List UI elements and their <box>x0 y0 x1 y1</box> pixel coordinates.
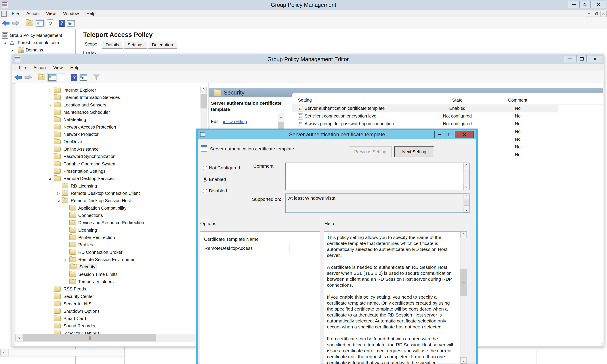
console-tree-icon[interactable] <box>35 19 44 27</box>
scroll-down-icon[interactable]: v <box>460 357 467 364</box>
dialog-maximize-button[interactable] <box>445 131 455 138</box>
tree-item-security-center[interactable]: Security Center <box>15 293 208 300</box>
forward-icon[interactable] <box>12 20 20 26</box>
tree-item-portable-operating-system[interactable]: Portable Operating System <box>15 160 208 168</box>
tree-item-licensing[interactable]: Licensing <box>15 227 208 234</box>
tab-settings[interactable]: Settings <box>124 41 147 49</box>
expander-open-icon[interactable]: ◢ <box>4 41 6 44</box>
tree-item-presentation-settings[interactable]: Presentation Settings <box>15 168 208 175</box>
gpm-hscroll-track[interactable] <box>8 349 124 356</box>
menu-view[interactable]: View <box>42 11 59 16</box>
gpme-maximize-button[interactable] <box>577 55 587 62</box>
menu-file[interactable]: File <box>15 65 30 70</box>
tree-item-maintenance-scheduler[interactable]: Maintenance Scheduler <box>15 109 208 116</box>
menu-file[interactable]: File <box>8 11 23 16</box>
new-window-icon[interactable]: ▶ <box>67 20 75 26</box>
tree-item-rss-feeds[interactable]: RSS Feeds <box>15 285 208 293</box>
settings-row[interactable]: Set client connection encryption levelNo… <box>292 112 558 120</box>
radio-disabled[interactable] <box>203 189 207 193</box>
tree-item-netmeeting[interactable]: NetMeeting <box>15 116 208 123</box>
tree-item-application-compatibility[interactable]: Application Compatibility <box>15 205 208 212</box>
expander-open-icon[interactable]: ◢ <box>57 199 59 202</box>
menu-help[interactable]: Help <box>83 11 99 16</box>
refresh-icon[interactable]: ↻ <box>47 19 53 27</box>
radio-label[interactable]: Not Configured <box>209 165 240 170</box>
menu-window[interactable]: Window <box>59 11 83 16</box>
gpm-hscroll-left[interactable]: < <box>0 349 8 356</box>
expander-collapsed-icon[interactable]: ▷ <box>64 258 67 262</box>
tree-item-password-synchronization[interactable]: Password Synchronization <box>15 153 208 160</box>
tree-item-internet-information-services[interactable]: Internet Information Services <box>15 94 208 101</box>
expander-open-icon[interactable]: ◢ <box>49 177 51 180</box>
child-restore-button[interactable] <box>593 11 601 17</box>
help-vscrollbar[interactable] <box>460 232 467 364</box>
console-tree-icon[interactable] <box>48 73 57 81</box>
dialog-minimize-button[interactable] <box>434 131 445 138</box>
tree-item-session-time-limits[interactable]: Session Time Limits <box>15 271 208 278</box>
tree-item-remote-desktop-connection-client[interactable]: ▷Remote Desktop Connection Client <box>15 190 208 197</box>
scroll-up-icon[interactable]: ^ <box>460 232 467 238</box>
gpm-close-button[interactable]: × <box>591 1 606 8</box>
tree-item-profiles[interactable]: Profiles <box>15 241 208 248</box>
gpm-tree-item-root[interactable]: Group Policy Management <box>0 32 75 39</box>
new-window-icon[interactable]: ▶ <box>80 74 87 81</box>
help-vscroll-thumb[interactable] <box>460 269 467 296</box>
tree-item-onedrive[interactable]: OneDrive <box>15 138 208 145</box>
tree-item-remote-desktop-session-host[interactable]: ◢Remote Desktop Session Host <box>15 197 208 204</box>
tab-scope[interactable]: Scope <box>81 40 101 49</box>
tree-item-network-projector[interactable]: Network Projector <box>15 131 208 138</box>
tree-item-server-for-nis[interactable]: Server for NIS <box>15 300 208 307</box>
export-list-icon[interactable]: → <box>59 74 65 81</box>
expander-collapsed-icon[interactable]: ▷ <box>49 103 52 107</box>
gpm-restore-button[interactable] <box>580 1 591 8</box>
tree-item-printer-redirection[interactable]: Printer Redirection <box>15 234 208 241</box>
tree-item-smart-card[interactable]: Smart Card <box>15 315 208 322</box>
radio-label[interactable]: Enabled <box>209 177 226 182</box>
gpm-tree-item-domains[interactable]: ◢ Domains <box>0 46 75 54</box>
edit-policy-setting-link[interactable]: policy setting <box>221 119 247 124</box>
radio-label[interactable]: Disabled <box>209 188 227 194</box>
menu-help[interactable]: Help <box>67 65 83 70</box>
tree-item-remote-desktop-services[interactable]: ◢Remote Desktop Services <box>15 175 208 182</box>
back-icon[interactable] <box>14 74 22 80</box>
previous-setting-button[interactable]: Previous Setting <box>349 146 392 157</box>
tree-item-connections[interactable]: Connections <box>15 212 208 219</box>
child-close-button[interactable]: × <box>601 11 606 17</box>
expander-collapsed-icon[interactable]: ▷ <box>49 88 52 92</box>
radio-enabled[interactable] <box>203 177 207 182</box>
child-minimize-button[interactable] <box>585 11 593 17</box>
expander-open-icon[interactable]: ◢ <box>11 48 13 52</box>
gpme-close-button[interactable]: × <box>587 55 603 62</box>
menu-action[interactable]: Action <box>30 65 50 70</box>
radio-not-configured[interactable] <box>203 166 207 170</box>
tree-item-remote-session-environment[interactable]: ▷Remote Session Environment <box>15 256 208 263</box>
settings-row[interactable]: Server authentication certificate templa… <box>292 105 558 112</box>
help-icon[interactable]: ? <box>59 20 65 27</box>
gpm-tree-item-forest[interactable]: ◢ △ Forest: example.com <box>0 39 75 46</box>
tree-item-location-and-sensors[interactable]: ▷Location and Sensors <box>15 101 208 109</box>
dialog-close-button[interactable]: × <box>455 131 474 138</box>
tree-item-network-access-protection[interactable]: Network Access Protection <box>15 123 208 131</box>
certificate-template-name-input[interactable]: RemoteDesktopAccess <box>203 244 290 253</box>
comment-textarea[interactable]: ^ v <box>285 163 470 190</box>
supported-on-box[interactable]: At least Windows Vista ^ v <box>285 194 470 213</box>
tree-item-rd-connection-broker[interactable]: RD Connection Broker <box>15 249 208 256</box>
forward-icon[interactable] <box>24 74 32 80</box>
tree-item-shutdown-options[interactable]: Shutdown Options <box>15 308 208 315</box>
gpme-minimize-button[interactable] <box>564 55 576 62</box>
export-folder-icon[interactable]: → <box>38 74 45 80</box>
tree-hscrollbar[interactable]: < ||| > <box>15 334 208 341</box>
expander-collapsed-icon[interactable]: ▷ <box>57 191 60 195</box>
tab-details[interactable]: Details <box>102 41 123 49</box>
settings-row[interactable]: Always prompt for password upon connecti… <box>292 120 558 128</box>
tree-item-security[interactable]: Security <box>15 263 208 271</box>
next-setting-button[interactable]: Next Setting <box>394 146 434 157</box>
menu-action[interactable]: Action <box>23 11 42 16</box>
gpm-minimize-button[interactable] <box>568 1 580 8</box>
tree-item-online-assistance[interactable]: Online Assistance <box>15 145 208 153</box>
gpme-console-tree[interactable]: ▷Internet ExplorerInternet Information S… <box>15 83 208 334</box>
tree-item-temporary-folders[interactable]: Temporary folders <box>15 278 208 285</box>
tree-item-device-and-resource-redirection[interactable]: Device and Resource Redirection <box>15 219 208 226</box>
export-folder-icon[interactable]: → <box>26 20 33 26</box>
tab-delegation[interactable]: Delegation <box>148 41 177 49</box>
